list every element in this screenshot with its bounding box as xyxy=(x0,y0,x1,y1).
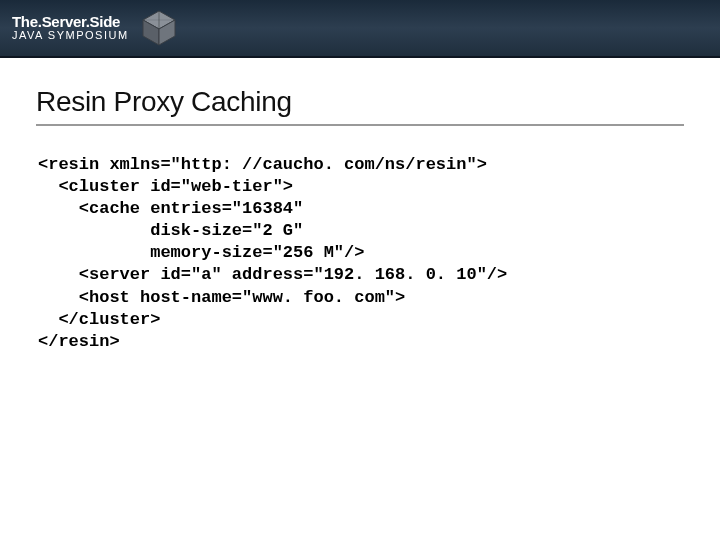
logo-text: The.Server.Side JAVA SYMPOSIUM xyxy=(12,14,129,41)
slide-title: Resin Proxy Caching xyxy=(36,86,684,126)
logo-line2: JAVA SYMPOSIUM xyxy=(12,30,129,42)
slide-content: Resin Proxy Caching <resin xmlns="http: … xyxy=(0,58,720,353)
logo-block: The.Server.Side JAVA SYMPOSIUM xyxy=(12,8,179,48)
code-block: <resin xmlns="http: //caucho. com/ns/res… xyxy=(36,154,684,353)
header-bar: The.Server.Side JAVA SYMPOSIUM xyxy=(0,0,720,58)
logo-line1: The.Server.Side xyxy=(12,14,129,30)
cube-icon xyxy=(139,8,179,48)
